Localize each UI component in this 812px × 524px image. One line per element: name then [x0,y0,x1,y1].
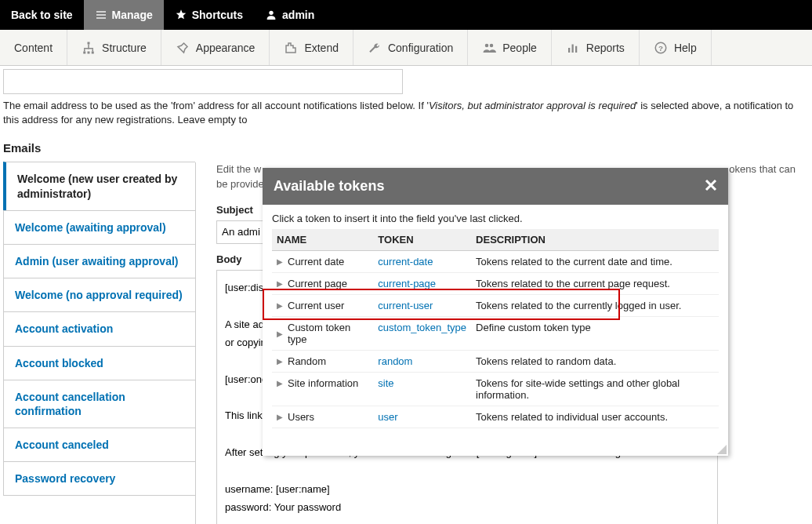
modal-body: Click a token to insert it into the fiel… [263,205,728,456]
tab-label: Extend [304,42,339,54]
shortcuts-menu[interactable]: Shortcuts [164,0,254,30]
vtab-password-recovery[interactable]: Password recovery [3,461,195,496]
token-row[interactable]: ▶Current datecurrent-dateTokens related … [272,251,719,273]
expand-icon[interactable]: ▶ [277,379,283,388]
token-name-text: Users [288,411,314,423]
tab-reports[interactable]: Reports [552,30,640,65]
svg-rect-15 [571,44,573,53]
tab-label: Structure [102,42,147,54]
token-desc: Tokens related to random data. [471,351,719,373]
tab-label: People [502,42,537,54]
modal-close-button[interactable] [705,177,717,195]
token-desc: Define custom token type [471,317,719,351]
token-name-text: Random [288,355,326,367]
help-em: Visitors, but administrator approval is … [429,100,636,111]
token-desc: Tokens related to individual user accoun… [471,406,719,428]
token-link[interactable]: site [378,377,393,389]
structure-icon [82,41,96,55]
help-text: The email address to be used as the 'fro… [3,99,809,127]
tab-label: Configuration [388,42,453,54]
token-name-text: Custom token type [288,322,368,345]
vtab-blocked[interactable]: Account blocked [3,346,195,380]
svg-point-13 [490,43,494,47]
user-menu[interactable]: admin [254,0,325,30]
page-content: The email address to be used as the 'fro… [0,66,812,524]
manage-menu[interactable]: Manage [84,0,164,30]
token-row[interactable]: ▶UsersuserTokens related to individual u… [272,406,719,428]
back-to-site[interactable]: Back to site [0,0,84,30]
tab-label: Reports [586,42,625,54]
svg-text:?: ? [658,43,663,52]
admin-topbar: Back to site Manage Shortcuts admin [0,0,812,30]
tokens-table: NAME TOKEN DESCRIPTION ▶Current datecurr… [272,229,719,428]
vtab-cancel-confirm[interactable]: Account cancellation confirmation [3,380,195,428]
token-name-text: Current date [288,256,344,267]
tab-configuration[interactable]: Configuration [353,30,468,65]
vtab-welcome-admin[interactable]: Welcome (new user created by administrat… [3,162,195,210]
vtab-welcome-awaiting[interactable]: Welcome (awaiting approval) [3,210,195,245]
appearance-icon [176,41,190,55]
expand-icon[interactable]: ▶ [277,301,283,310]
vertical-tabs: Welcome (new user created by administrat… [3,162,196,524]
svg-rect-11 [92,49,94,51]
tab-content[interactable]: Content [0,30,67,65]
token-link[interactable]: current-page [378,278,436,289]
svg-rect-14 [568,48,570,53]
admin-tabs: Content Structure Appearance Extend Conf… [0,30,812,66]
token-link[interactable]: random [378,355,412,367]
svg-rect-16 [575,45,577,52]
expand-icon[interactable]: ▶ [277,329,283,338]
vtab-welcome-noapproval[interactable]: Welcome (no approval required) [3,278,195,312]
token-desc: Tokens related to the current date and t… [471,251,719,273]
svg-rect-10 [84,49,85,51]
svg-rect-0 [96,11,106,12]
token-link[interactable]: current-date [378,256,433,267]
expand-icon[interactable]: ▶ [277,279,283,288]
token-row[interactable]: ▶RandomrandomTokens related to random da… [272,351,719,373]
svg-rect-2 [96,17,106,18]
token-row[interactable]: ▶Custom token typecustom_token_typeDefin… [272,317,719,351]
tab-people[interactable]: People [468,30,552,65]
svg-point-12 [485,43,489,47]
token-name-text: Site information [288,377,358,389]
people-icon [482,41,496,55]
vtab-admin-awaiting[interactable]: Admin (user awaiting approval) [3,244,195,278]
hamburger-icon [95,9,107,21]
tokens-modal: Available tokens Click a token to insert… [263,168,728,456]
help-icon: ? [654,41,668,55]
token-link[interactable]: custom_token_type [378,322,466,333]
vtab-activation[interactable]: Account activation [3,311,195,346]
token-link[interactable]: current-user [378,300,433,311]
notification-email-input[interactable] [3,69,403,94]
modal-hint: Click a token to insert it into the fiel… [272,213,719,224]
modal-header: Available tokens [263,168,728,205]
vtab-canceled[interactable]: Account canceled [3,428,195,462]
wrench-icon [368,41,382,55]
col-token: TOKEN [373,229,471,251]
token-desc: Tokens for site-wide settings and other … [471,373,719,406]
tab-extend[interactable]: Extend [270,30,353,65]
emails-heading: Emails [3,141,809,155]
resize-handle[interactable] [717,445,727,454]
svg-rect-6 [88,51,90,53]
tab-structure[interactable]: Structure [67,30,161,65]
token-desc: Tokens related to the current page reque… [471,273,719,295]
user-icon [265,9,277,21]
tab-appearance[interactable]: Appearance [161,30,270,65]
svg-rect-4 [88,42,90,44]
tab-help[interactable]: ? Help [640,30,712,65]
svg-rect-9 [84,48,93,49]
star-icon [175,9,187,21]
token-row[interactable]: ▶Current usercurrent-userTokens related … [272,295,719,317]
token-link[interactable]: user [378,411,397,423]
token-row[interactable]: ▶Site informationsiteTokens for site-wid… [272,373,719,406]
svg-rect-5 [83,51,85,53]
reports-icon [566,41,580,55]
svg-rect-7 [92,51,94,53]
token-row[interactable]: ▶Current pagecurrent-pageTokens related … [272,273,719,295]
expand-icon[interactable]: ▶ [277,257,283,266]
admin-label: admin [282,9,314,21]
expand-icon[interactable]: ▶ [277,413,283,421]
tab-label: Content [14,42,53,54]
expand-icon[interactable]: ▶ [277,357,283,366]
